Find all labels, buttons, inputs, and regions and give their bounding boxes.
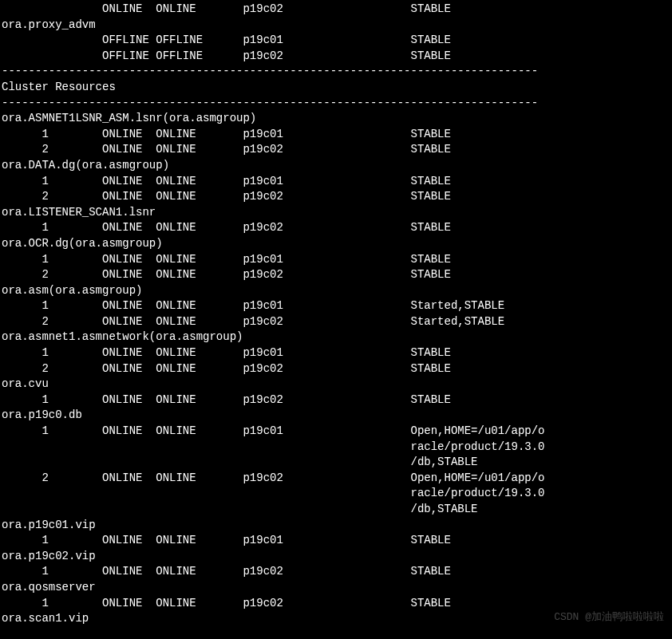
terminal-line: 2 ONLINE ONLINE p19c02 Open,HOME=/u01/ap… [2,471,670,487]
terminal-line: 2 ONLINE ONLINE p19c02 STABLE [2,189,670,205]
terminal-line: 1 ONLINE ONLINE p19c01 STABLE [2,174,670,190]
terminal-line: OFFLINE OFFLINE p19c01 STABLE [2,33,670,49]
terminal-line: 1 ONLINE ONLINE p19c01 STABLE [2,127,670,143]
terminal-line: racle/product/19.3.0 [2,440,670,456]
terminal-line: ----------------------------------------… [2,64,670,80]
terminal-line: 2 ONLINE ONLINE p19c02 STABLE [2,361,670,377]
terminal-line: ora.asm(ora.asmgroup) [2,283,670,299]
terminal-line: racle/product/19.3.0 [2,486,670,502]
terminal-line: 1 ONLINE ONLINE p19c01 Started,STABLE [2,298,670,314]
terminal-output: ONLINE ONLINE p19c02 STABLEora.proxy_adv… [2,2,670,627]
terminal-line: 1 ONLINE ONLINE p19c02 STABLE [2,564,670,580]
terminal-line: 1 ONLINE ONLINE p19c01 STABLE [2,533,670,549]
terminal-line: 2 ONLINE ONLINE p19c02 STABLE [2,267,670,283]
terminal-line: 1 ONLINE ONLINE p19c01 Open,HOME=/u01/ap… [2,424,670,440]
terminal-line: ora.qosmserver [2,580,670,596]
terminal-line: ora.LISTENER_SCAN1.lsnr [2,205,670,221]
terminal-line: 1 ONLINE ONLINE p19c02 STABLE [2,220,670,236]
terminal-line: Cluster Resources [2,80,670,96]
terminal-line: 1 ONLINE ONLINE p19c01 STABLE [2,345,670,361]
terminal-line: ora.p19c01.vip [2,518,670,534]
watermark: CSDN @加油鸭啦啦啦啦 [554,610,664,625]
terminal-line: 1 ONLINE ONLINE p19c01 STABLE [2,252,670,268]
terminal-line: 2 ONLINE ONLINE p19c02 STABLE [2,142,670,158]
terminal-line: OFFLINE OFFLINE p19c02 STABLE [2,49,670,65]
terminal-line: ora.p19c02.vip [2,549,670,565]
terminal-line: ora.DATA.dg(ora.asmgroup) [2,158,670,174]
terminal-line: ONLINE ONLINE p19c02 STABLE [2,2,670,18]
terminal-line: 1 ONLINE ONLINE p19c02 STABLE [2,392,670,408]
terminal-line: /db,STABLE [2,455,670,471]
terminal-line: ora.proxy_advm [2,18,670,34]
terminal-line: /db,STABLE [2,502,670,518]
terminal-line: 2 ONLINE ONLINE p19c02 Started,STABLE [2,314,670,330]
terminal-line: 1 ONLINE ONLINE p19c02 STABLE [2,596,670,612]
terminal-line: ora.cvu [2,377,670,392]
terminal-line: ----------------------------------------… [2,96,670,112]
terminal-line: ora.asmnet1.asmnetwork(ora.asmgroup) [2,329,670,345]
terminal-line: ora.p19c0.db [2,408,670,424]
terminal-line: ora.ASMNET1LSNR_ASM.lsnr(ora.asmgroup) [2,111,670,127]
terminal-line: ora.OCR.dg(ora.asmgroup) [2,236,670,252]
